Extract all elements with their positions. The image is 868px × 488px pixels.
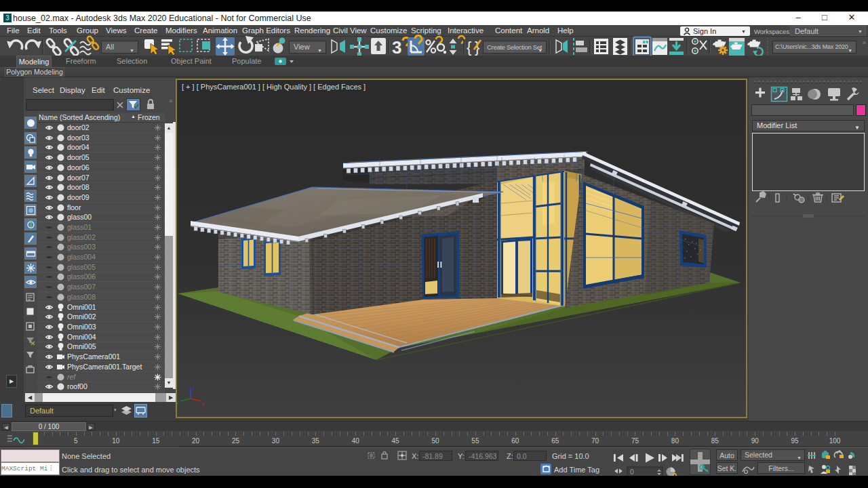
svg-text:3: 3 [392,37,401,58]
svg-text:z: z [192,386,195,390]
svg-text:0: 0 [630,468,634,476]
svg-text:{: { [467,39,471,56]
svg-text:x: x [202,402,205,407]
